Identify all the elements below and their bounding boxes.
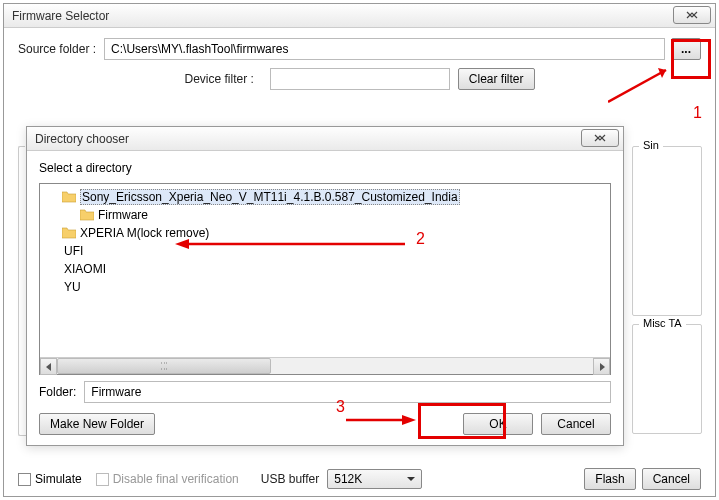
tree-list[interactable]: Sony_Ericsson_Xperia_Neo_V_MT11i_4.1.B.0…	[40, 184, 610, 357]
scroll-left-icon[interactable]	[40, 358, 57, 375]
browse-button[interactable]: ...	[671, 38, 701, 60]
clear-filter-button[interactable]: Clear filter	[458, 68, 535, 90]
make-new-folder-button[interactable]: Make New Folder	[39, 413, 155, 435]
source-folder-label: Source folder :	[18, 42, 96, 56]
scroll-thumb[interactable]	[57, 358, 271, 374]
disable-verification-checkbox[interactable]	[96, 473, 109, 486]
tree-item[interactable]: XPERIA M(lock remove)	[46, 224, 604, 242]
directory-tree: Sony_Ericsson_Xperia_Neo_V_MT11i_4.1.B.0…	[39, 183, 611, 375]
tree-item[interactable]: UFI	[46, 242, 604, 260]
close-icon[interactable]	[673, 6, 711, 24]
folder-label: Folder:	[39, 385, 76, 399]
svg-marker-1	[600, 363, 605, 371]
scroll-right-icon[interactable]	[593, 358, 610, 375]
simulate-label: Simulate	[35, 472, 82, 486]
usb-buffer-select[interactable]: 512K	[327, 469, 422, 489]
source-folder-input[interactable]	[104, 38, 665, 60]
tree-item[interactable]: XIAOMI	[46, 260, 604, 278]
folder-input[interactable]	[84, 381, 611, 403]
dialog-close-icon[interactable]	[581, 129, 619, 147]
dialog-titlebar: Directory chooser	[27, 127, 623, 151]
svg-marker-0	[46, 363, 51, 371]
device-filter-input[interactable]	[270, 68, 450, 90]
tree-item[interactable]: Firmware	[46, 206, 604, 224]
tree-item[interactable]: YU	[46, 278, 604, 296]
titlebar: Firmware Selector	[4, 4, 715, 28]
fieldset-sin: Sin	[632, 146, 702, 316]
fieldset-misc: Misc TA	[632, 324, 702, 434]
dialog-title: Directory chooser	[35, 132, 129, 146]
ok-button[interactable]: OK	[463, 413, 533, 435]
dialog-instruction: Select a directory	[39, 161, 611, 175]
window-title: Firmware Selector	[12, 9, 109, 23]
flash-button[interactable]: Flash	[584, 468, 635, 490]
usb-buffer-label: USB buffer	[261, 472, 319, 486]
directory-chooser-dialog: Directory chooser Select a directory Son…	[26, 126, 624, 446]
scroll-track[interactable]	[57, 358, 593, 374]
cancel-button[interactable]: Cancel	[642, 468, 701, 490]
device-filter-label: Device filter :	[184, 72, 253, 86]
dialog-cancel-button[interactable]: Cancel	[541, 413, 611, 435]
disable-verification-label: Disable final verification	[113, 472, 239, 486]
tree-item[interactable]: Sony_Ericsson_Xperia_Neo_V_MT11i_4.1.B.0…	[46, 188, 604, 206]
simulate-checkbox[interactable]	[18, 473, 31, 486]
tree-scrollbar	[40, 357, 610, 374]
